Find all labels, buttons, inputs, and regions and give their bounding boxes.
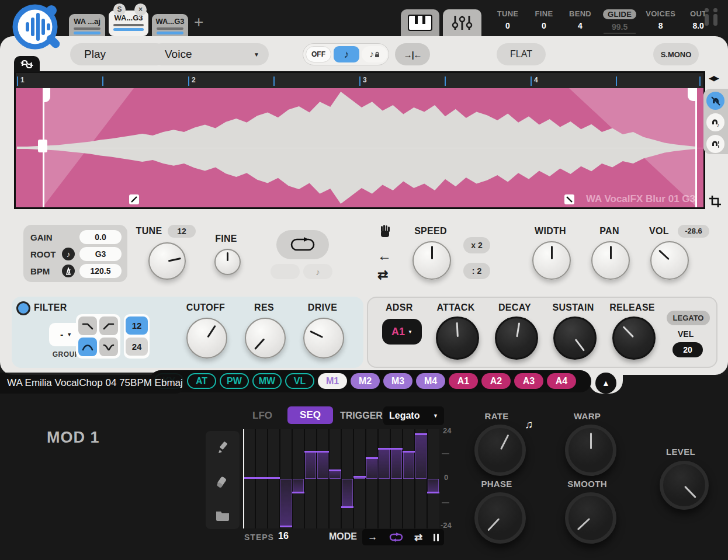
res-knob[interactable] xyxy=(245,318,286,359)
mod-source-a1[interactable]: A1 xyxy=(449,373,478,389)
end-marker[interactable] xyxy=(695,88,697,207)
speed-half-button[interactable]: : 2 xyxy=(463,263,490,279)
width-knob[interactable] xyxy=(532,241,571,280)
collapse-panel-button[interactable]: ▲ xyxy=(595,373,616,394)
add-tab-button[interactable]: + xyxy=(194,13,203,32)
snap-off-button[interactable] xyxy=(706,92,724,110)
waveform-display[interactable]: WA VocalFX Blur 01 G3 xyxy=(16,88,703,207)
warp-knob[interactable] xyxy=(565,425,616,476)
flat-button[interactable]: FLAT xyxy=(497,43,546,65)
mode-pingpong-icon[interactable]: ⇄ xyxy=(414,531,422,544)
fade-out-handle[interactable] xyxy=(564,194,574,204)
seq-step-12[interactable] xyxy=(379,448,390,479)
pencil-tool-button[interactable] xyxy=(216,440,230,454)
filter-bandpass-button[interactable] xyxy=(78,338,97,356)
seq-step-13[interactable] xyxy=(391,448,402,479)
header-param-tune[interactable]: TUNE0 xyxy=(494,9,521,30)
sync-note-lock-button[interactable]: ♪ xyxy=(362,46,387,62)
speed-double-button[interactable]: x 2 xyxy=(463,237,490,253)
header-param-glide[interactable]: GLIDE99.5 xyxy=(603,9,636,34)
eraser-tool-button[interactable] xyxy=(216,474,230,488)
snap-note-button[interactable]: ♪ xyxy=(706,113,724,131)
legato-button[interactable]: LEGATO xyxy=(667,311,710,325)
expand-horizontal-icon[interactable]: ◀▶ xyxy=(709,74,718,82)
header-param-voices[interactable]: VOICES8 xyxy=(646,9,675,30)
tab-seq[interactable]: SEQ xyxy=(287,406,333,424)
fine-knob[interactable] xyxy=(214,249,241,275)
bpm-value[interactable]: 120.5 xyxy=(79,264,122,278)
mod-source-m2[interactable]: M2 xyxy=(351,373,380,389)
tab-mixer-view[interactable] xyxy=(443,9,481,36)
trigger-dropdown[interactable]: Legato ▼ xyxy=(383,406,444,425)
filter-highpass-button[interactable] xyxy=(99,316,118,335)
seq-step-7[interactable] xyxy=(317,451,328,479)
mod-source-a2[interactable]: A2 xyxy=(481,373,511,389)
param-value[interactable]: 4 xyxy=(578,21,583,30)
sync-note-button[interactable]: ♪ xyxy=(334,46,359,62)
envelope-select-dropdown[interactable]: A1 ▼ xyxy=(382,319,422,345)
mod-source-at[interactable]: AT xyxy=(187,373,216,389)
seq-step-14[interactable] xyxy=(403,451,414,479)
param-value[interactable]: 8 xyxy=(658,21,663,30)
preset-tab-3[interactable]: WA...G3 xyxy=(152,14,188,36)
filter-enable-toggle[interactable] xyxy=(16,301,30,315)
hand-tool-icon[interactable] xyxy=(379,225,391,241)
mod-source-vl[interactable]: VL xyxy=(285,373,314,389)
smooth-knob[interactable] xyxy=(565,492,616,544)
metronome-icon[interactable] xyxy=(62,265,75,277)
fade-in-handle[interactable] xyxy=(129,194,139,204)
stereo-mono-button[interactable]: S.MONO xyxy=(653,43,699,65)
mode-hold-icon[interactable] xyxy=(434,534,439,541)
pan-knob[interactable] xyxy=(591,241,630,280)
clef-icon[interactable]: ♪ xyxy=(62,248,75,260)
mode-loop-icon[interactable] xyxy=(389,533,404,542)
slope-24-button[interactable]: 24 xyxy=(126,338,148,356)
snap-to-center-button[interactable]: →|← xyxy=(395,43,430,65)
gain-value[interactable]: 0.0 xyxy=(79,230,122,244)
mod-source-m4[interactable]: M4 xyxy=(416,373,445,389)
sync-off-button[interactable]: OFF xyxy=(306,46,331,62)
preset-tab-1[interactable]: WA ...aj xyxy=(69,14,105,36)
drive-knob[interactable] xyxy=(303,318,344,359)
tab-keyboard-view[interactable] xyxy=(401,9,439,36)
steps-value[interactable]: 16 xyxy=(278,531,289,541)
vel-value[interactable]: 20 xyxy=(672,342,703,357)
timeline-ruler[interactable]: 1234 xyxy=(16,73,703,88)
header-param-fine[interactable]: FINE0 xyxy=(531,9,557,30)
rate-knob[interactable] xyxy=(474,425,526,476)
filter-notch-button[interactable] xyxy=(99,338,118,356)
cutoff-knob[interactable] xyxy=(186,318,227,359)
reverse-icon[interactable]: ← xyxy=(377,248,391,264)
seq-step-6[interactable] xyxy=(305,451,316,479)
presets-folder-button[interactable] xyxy=(216,508,230,522)
snap-grid-button[interactable] xyxy=(706,135,724,153)
phase-knob[interactable] xyxy=(474,492,526,544)
mod-source-a4[interactable]: A4 xyxy=(547,373,576,389)
loop-mode-button[interactable] xyxy=(276,230,329,259)
tune-value[interactable]: 12 xyxy=(168,225,196,238)
start-marker-flag[interactable] xyxy=(43,88,50,102)
sustain-knob[interactable] xyxy=(553,316,597,360)
speed-knob[interactable] xyxy=(412,241,451,280)
level-knob[interactable] xyxy=(660,461,709,510)
swap-loop-tab[interactable] xyxy=(14,56,40,72)
filter-lowpass-button[interactable] xyxy=(78,316,97,335)
slope-12-button[interactable]: 12 xyxy=(126,316,148,335)
seq-step-9[interactable] xyxy=(342,479,353,508)
note-sync-icon[interactable]: ♫ xyxy=(525,418,533,431)
mod-source-pw[interactable]: PW xyxy=(220,373,249,389)
param-value[interactable]: 0 xyxy=(505,21,510,30)
mod-source-a3[interactable]: A3 xyxy=(514,373,543,389)
root-value[interactable]: G3 xyxy=(79,247,122,261)
seq-step-4[interactable] xyxy=(280,479,292,527)
loop-sync-note-button[interactable]: ♪ xyxy=(303,264,332,279)
voice-mode-dropdown[interactable]: Voice ▼ xyxy=(151,43,269,65)
tab-lfo[interactable]: LFO xyxy=(252,410,272,422)
header-param-bend[interactable]: BEND4 xyxy=(567,9,594,30)
tab-close-button[interactable]: × xyxy=(134,4,147,16)
seq-step-11[interactable] xyxy=(366,457,377,479)
param-value[interactable]: 99.5 xyxy=(604,22,636,34)
mode-forward-icon[interactable]: → xyxy=(368,531,377,543)
decay-knob[interactable] xyxy=(495,316,538,360)
tune-knob[interactable] xyxy=(148,242,186,280)
